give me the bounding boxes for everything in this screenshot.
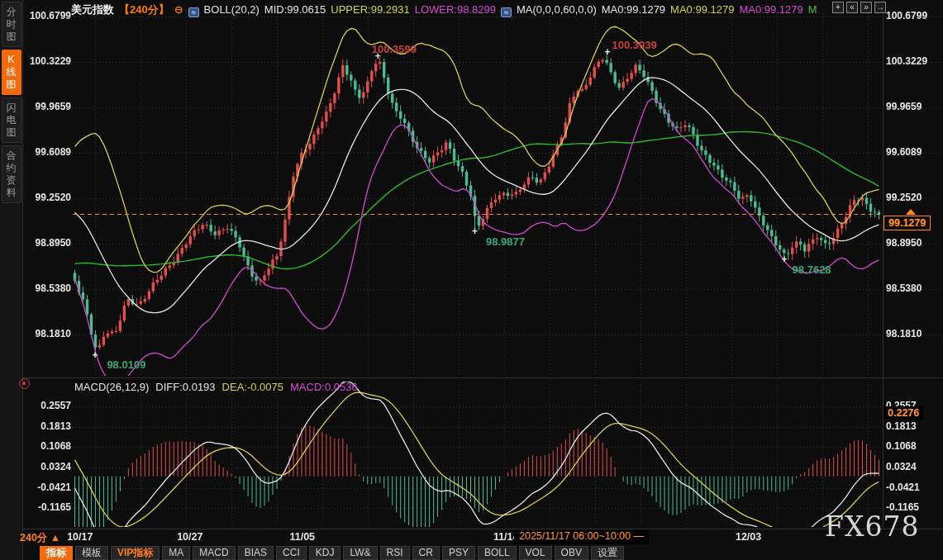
ma-label: MA(0,0,0,60,0,0) [517, 3, 597, 16]
price-annotation: 98.9877 [486, 235, 525, 248]
axis-expand-icon[interactable]: » [860, 2, 872, 13]
boll-indicator-icon[interactable]: ≈ [188, 7, 199, 17]
price-annotation: 98.0109 [107, 358, 145, 371]
price-axis-label-right: 98.8950 [886, 237, 922, 249]
price-axis-label-right: 99.9659 [886, 101, 922, 112]
macd-diff-value: DIFF:0.0193 [155, 381, 215, 393]
macd-axis-label-left: 0.1068 [20, 440, 71, 452]
date-label: 12/03 [736, 531, 761, 543]
macd-axis-label-right: 0.1068 [886, 440, 917, 452]
price-badge-arrow-icon [906, 209, 916, 215]
period-label: 【240分】 [119, 3, 169, 16]
price-annotation: 100.3939 [612, 39, 656, 51]
toolbar-button-MACD[interactable]: MACD [193, 546, 235, 560]
toolbar-button-设置[interactable]: 设置 [591, 546, 624, 560]
toolbar-button-BOLL[interactable]: BOLL [478, 546, 517, 560]
sidebar-item-4[interactable]: 合约资料 [2, 145, 21, 203]
price-axis-label-right: 100.3229 [886, 55, 927, 67]
current-price-badge: 99.1279 [883, 216, 931, 230]
macd-axis-label-left: -0.1165 [20, 501, 71, 513]
ma-green-value: M [808, 3, 817, 16]
price-axis-label-left: 99.9659 [20, 101, 71, 112]
pan-tool-icon[interactable]: + [832, 2, 844, 13]
price-axis-label-left: 99.2520 [20, 192, 71, 203]
sidebar: 分时图K线图闪电图合约资料 [0, 0, 23, 560]
macd-axis-label-right: 0.1813 [886, 420, 917, 432]
toolbar-button-BIAS[interactable]: BIAS [238, 546, 274, 560]
date-label: 10/17 [67, 531, 93, 543]
toolbar-button-KDJ[interactable]: KDJ [309, 546, 341, 560]
collapse-icon[interactable]: ⊖ [174, 3, 183, 16]
macd-panel-icon[interactable] [19, 378, 30, 389]
toolbar-button-OBV[interactable]: OBV [555, 546, 588, 560]
toolbar-button-指标[interactable]: 指标 [40, 546, 73, 560]
toolbar-button-PSY[interactable]: PSY [442, 546, 475, 560]
extremum-marker-icon: + [604, 48, 610, 56]
macd-axis-label-right: 0.0324 [886, 461, 917, 472]
date-label: 11/05 [289, 531, 315, 543]
price-annotation: 100.3599 [372, 43, 417, 55]
macd-macd-value: MACD:0.0536 [290, 381, 358, 393]
toolbar-button-MA[interactable]: MA [162, 546, 190, 560]
time-axis-highlight: 2025/11/17 06:00~10:00 — [514, 529, 649, 544]
macd-header: MACD(26,12,9)DIFF:0.0193DEA:-0.0075MACD:… [74, 381, 364, 393]
sidebar-item-3[interactable]: 闪电图 [2, 97, 21, 143]
price-axis-label-right: 98.1810 [886, 328, 922, 339]
time-axis: 240分 ▲ 2025/11/17 06:00~10:00 — 10/1710/… [0, 529, 943, 545]
price-axis-label-right: 99.2520 [886, 192, 922, 203]
boll-label: BOLL(20,2) [204, 3, 260, 16]
toolbar-button-CCI[interactable]: CCI [276, 546, 307, 560]
watermark: FX678 [825, 510, 919, 543]
price-axis-label-right: 100.6799 [886, 10, 927, 21]
macd-dea-value: DEA:-0.0075 [222, 381, 283, 393]
macd-axis-label-left: -0.0421 [20, 482, 71, 493]
macd-axis-label-left: 0.2557 [20, 400, 71, 411]
toolbar-button-VIP指标[interactable]: VIP指标 [111, 546, 160, 560]
boll-lower-value: LOWER:98.8299 [415, 3, 496, 16]
price-axis-label-left: 98.1810 [20, 328, 71, 339]
indicator-header: 美元指数【240分】⊖≈BOLL(20,2)MID:99.0615UPPER:9… [71, 2, 822, 16]
macd-axis-label-right: -0.0421 [886, 482, 920, 493]
toolbar-button-VOL[interactable]: VOL [519, 546, 552, 560]
axis-compress-icon[interactable]: « [846, 2, 858, 13]
timeframe-label[interactable]: 240分 ▲ [20, 531, 60, 545]
sidebar-item-2[interactable]: K线图 [2, 50, 21, 95]
toolbar-button-CR[interactable]: CR [412, 546, 440, 560]
price-axis-label-left: 98.8950 [20, 237, 71, 249]
boll-upper-value: UPPER:99.2931 [331, 3, 409, 16]
extremum-marker-icon: + [472, 227, 478, 235]
price-axis-label-right: 99.6089 [886, 146, 922, 158]
symbol-name: 美元指数 [71, 3, 114, 16]
price-axis-label-left: 100.6799 [20, 10, 71, 21]
date-label: 10/27 [177, 531, 202, 543]
price-axis-label-right: 98.5380 [886, 282, 922, 294]
shift-right-icon[interactable]: → [874, 2, 886, 13]
trading-app-window: 分时图K线图闪电图合约资料 美元指数【240分】⊖≈BOLL(20,2)MID:… [0, 0, 943, 560]
macd-axis-highlight: 0.2276 [883, 406, 923, 420]
price-annotation: 98.7628 [793, 263, 831, 276]
toolbar-button-模板[interactable]: 模板 [75, 546, 108, 560]
ma0-magenta-value: MA0:99.1279 [739, 3, 803, 16]
toolbar-button-RSI[interactable]: RSI [380, 546, 410, 560]
macd-title: MACD(26,12,9) [74, 381, 149, 393]
price-chart-canvas[interactable] [0, 0, 943, 560]
ma-indicator-icon[interactable]: ≈ [501, 7, 512, 17]
indicator-toolbar: 指标模板VIP指标MAMACDBIASCCIKDJLW&RSICRPSYBOLL… [40, 546, 624, 560]
macd-axis-label-left: 0.0324 [20, 461, 71, 472]
boll-mid-value: MID:99.0615 [264, 3, 326, 16]
toolbar-button-LW&[interactable]: LW& [343, 546, 377, 560]
extremum-marker-icon: + [782, 255, 788, 263]
sidebar-item-1[interactable]: 分时图 [2, 2, 21, 47]
price-axis-label-left: 99.6089 [20, 146, 71, 158]
macd-axis-label-left: 0.1813 [20, 420, 71, 432]
ma0-white-value: MA0:99.1279 [602, 3, 665, 16]
price-axis-label-left: 100.3229 [20, 55, 71, 67]
chart-tools: +«»→ [832, 2, 886, 13]
ma0-yellow-value: MA0:99.1279 [670, 3, 734, 16]
extremum-marker-icon: + [92, 351, 98, 359]
price-axis-label-left: 98.5380 [20, 282, 71, 294]
